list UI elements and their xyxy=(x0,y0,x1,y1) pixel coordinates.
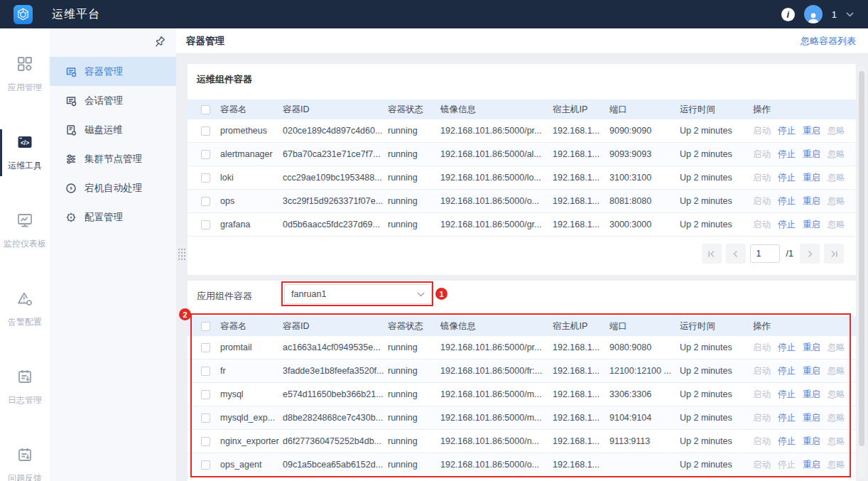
action-stop[interactable]: 停止 xyxy=(778,436,796,446)
first-page-button[interactable] xyxy=(702,244,722,264)
ops-containers-table: 容器名容器ID容器状态镜像信息宿主机IP端口运行时间操作 prometheus0… xyxy=(188,99,856,237)
action-restart[interactable]: 重启 xyxy=(803,389,820,399)
cell-status: running xyxy=(388,342,440,352)
cell-image: 192.168.101.86:5000/n... xyxy=(440,436,553,446)
action-stop[interactable]: 停止 xyxy=(778,126,796,136)
action-restart[interactable]: 重启 xyxy=(803,126,820,136)
cell-port: 9080:9080 xyxy=(609,342,680,352)
cell-name: mysql xyxy=(220,389,283,399)
action-stop[interactable]: 停止 xyxy=(778,196,796,206)
action-restart[interactable]: 重启 xyxy=(803,366,820,376)
cell-id: 3fadde3e1b8feefa3520f... xyxy=(283,366,388,376)
sidebar-item-monitoring-dashboard[interactable]: 监控仪表板 xyxy=(0,212,50,250)
select-all-checkbox[interactable] xyxy=(201,105,210,114)
select-all-checkbox[interactable] xyxy=(201,322,210,331)
cell-image: 192.168.101.86:5000/m... xyxy=(440,413,553,423)
sidebar-item-log-management[interactable]: 日志管理 xyxy=(0,368,50,406)
submenu-item-session-management[interactable]: 会话管理 xyxy=(50,86,176,115)
panel-resize-handle-icon[interactable] xyxy=(178,249,185,260)
feedback-calendar-icon xyxy=(16,446,33,463)
action-ignore: 忽略 xyxy=(828,436,845,446)
action-stop[interactable]: 停止 xyxy=(778,149,796,159)
submenu-item-disk-ops[interactable]: 磁盘运维 xyxy=(50,115,176,144)
action-restart[interactable]: 重启 xyxy=(803,436,820,446)
chevron-down-icon[interactable] xyxy=(846,12,854,17)
table-row: ops_agent09c1a5bcea65ab6152d...running19… xyxy=(188,453,856,477)
submenu-item-label: 集群节点管理 xyxy=(85,153,142,166)
submenu-item-downtime-auto-handling[interactable]: 宕机自动处理 xyxy=(50,173,176,202)
row-checkbox[interactable] xyxy=(201,220,210,229)
cell-status: running xyxy=(388,126,440,136)
row-checkbox[interactable] xyxy=(201,126,210,136)
sidebar-item-alert-config[interactable]: 告警配置 xyxy=(0,290,50,328)
table-row: alertmanager67ba70ca231e71ce7f7...runnin… xyxy=(188,143,856,166)
action-stop[interactable]: 停止 xyxy=(778,342,796,352)
unpin-icon[interactable] xyxy=(151,35,167,50)
row-checkbox[interactable] xyxy=(201,390,210,399)
user-avatar[interactable] xyxy=(804,5,823,23)
cell-port: 9104:9104 xyxy=(609,413,680,423)
action-restart[interactable]: 重启 xyxy=(803,149,820,159)
row-actions: 启动停止重启忽略 xyxy=(753,412,856,424)
action-ignore: 忽略 xyxy=(828,220,845,229)
row-checkbox[interactable] xyxy=(201,367,210,376)
cell-uptime: Up 2 minutes xyxy=(680,196,753,206)
cell-image: 192.168.101.86:5000/m... xyxy=(440,389,553,399)
cell-uptime: Up 2 minutes xyxy=(680,342,753,352)
container-group-select[interactable]: fanruan1 xyxy=(284,284,432,304)
prev-page-button[interactable] xyxy=(726,244,746,264)
sidebar-item-feedback[interactable]: 问题反馈 xyxy=(0,446,50,481)
ignore-container-list-link[interactable]: 忽略容器列表 xyxy=(801,35,856,48)
action-restart[interactable]: 重启 xyxy=(803,196,820,206)
column-header: 运行时间 xyxy=(680,104,753,116)
row-checkbox[interactable] xyxy=(201,343,210,352)
sidebar-item-ops-tools[interactable]: </> 运维工具 xyxy=(0,134,50,172)
column-header: 容器名 xyxy=(220,320,283,333)
sidebar-item-app-management[interactable]: 应用管理 xyxy=(0,55,50,94)
cell-status: running xyxy=(388,460,440,470)
action-restart[interactable]: 重启 xyxy=(803,220,820,229)
cell-id: 0d5b6aacc5fdc237d69... xyxy=(283,220,388,229)
app-title: 运维平台 xyxy=(52,7,100,22)
row-checkbox[interactable] xyxy=(201,197,210,206)
row-checkbox[interactable] xyxy=(201,150,210,159)
submenu-item-config-management[interactable]: 配置管理 xyxy=(50,202,176,232)
sidebar-item-label: 告警配置 xyxy=(0,316,50,328)
submenu-item-cluster-node-management[interactable]: 集群节点管理 xyxy=(50,144,176,173)
last-page-button[interactable] xyxy=(824,244,844,264)
table-row: promtailac1663a14cf0949535e...running192… xyxy=(188,336,856,360)
cell-host: 192.168.1... xyxy=(553,460,609,470)
action-restart[interactable]: 重启 xyxy=(803,413,820,423)
cell-uptime: Up 2 minutes xyxy=(680,389,753,399)
cell-image: 192.168.101.86:5000/gr... xyxy=(440,220,553,229)
column-header: 容器名 xyxy=(220,104,283,116)
app-logo-icon xyxy=(13,5,33,24)
submenu-item-container-management[interactable]: 容器管理 xyxy=(50,57,176,86)
action-stop[interactable]: 停止 xyxy=(778,366,796,376)
action-restart[interactable]: 重启 xyxy=(803,342,820,352)
chevron-down-icon xyxy=(417,292,425,297)
action-restart[interactable]: 重启 xyxy=(803,173,820,183)
action-stop[interactable]: 停止 xyxy=(778,389,796,399)
action-stop[interactable]: 停止 xyxy=(778,413,796,423)
action-stop[interactable]: 停止 xyxy=(778,220,796,229)
cell-host: 192.168.1... xyxy=(553,366,609,376)
row-checkbox[interactable] xyxy=(201,173,210,183)
action-stop[interactable]: 停止 xyxy=(778,173,796,183)
info-icon[interactable]: i xyxy=(781,8,795,21)
scrollbar-thumb[interactable] xyxy=(859,71,864,446)
cell-host: 192.168.1... xyxy=(553,173,609,183)
action-ignore: 忽略 xyxy=(828,366,845,376)
column-header: 宿主机IP xyxy=(553,320,609,333)
page-number-input[interactable] xyxy=(750,244,780,263)
cell-status: running xyxy=(388,173,440,183)
row-checkbox[interactable] xyxy=(201,437,210,446)
selected-value: fanruan1 xyxy=(291,289,326,299)
table-row: mysqld_exp...d8be2824868ce7c430b...runni… xyxy=(188,406,856,430)
cell-name: mysqld_exp... xyxy=(220,413,283,423)
row-checkbox[interactable] xyxy=(201,460,210,470)
action-restart[interactable]: 重启 xyxy=(803,460,820,470)
table-row: grafana0d5b6aacc5fdc237d69...running192.… xyxy=(188,213,856,237)
row-checkbox[interactable] xyxy=(201,414,210,423)
next-page-button[interactable] xyxy=(800,244,820,264)
